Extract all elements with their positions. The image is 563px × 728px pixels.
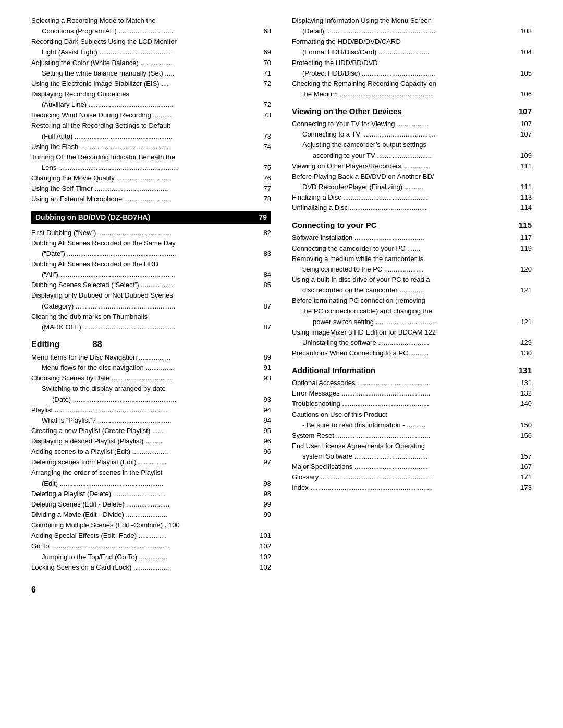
toc-entry-page: 77 bbox=[263, 183, 271, 194]
toc-entry-text: Major Specifications ...................… bbox=[292, 462, 428, 472]
toc-entry-page: 121 bbox=[519, 285, 532, 295]
toc-entry-page: 99 bbox=[263, 499, 271, 510]
toc-dots bbox=[436, 324, 519, 324]
toc-entry-page: 72 bbox=[263, 79, 271, 89]
toc-entry-page: 120 bbox=[519, 264, 532, 275]
dubbing-entries: First Dubbing (“New”) ..................… bbox=[31, 228, 271, 332]
toc-dots bbox=[169, 506, 262, 507]
section-pc-header: Connecting to your PC 115 bbox=[292, 220, 532, 229]
toc-dots bbox=[435, 33, 519, 33]
toc-entry-page: 150 bbox=[519, 420, 532, 430]
list-item: Menu Items for the Disc Navigation .....… bbox=[31, 352, 271, 363]
section-editing-header: Editing 88 bbox=[31, 340, 271, 349]
toc-entry-text: Displaying Recording Guidelines bbox=[31, 89, 129, 100]
toc-entry-text: What is “Playlist”? ....................… bbox=[42, 415, 172, 426]
toc-entry-text: Light (Assist Light) ...................… bbox=[42, 47, 173, 57]
toc-dots bbox=[173, 33, 262, 33]
section-additional-title: Additional Information bbox=[292, 366, 375, 375]
left-top-entries: Selecting a Recording Mode to Match theC… bbox=[31, 16, 271, 205]
toc-entry-text: Checking the Remaining Recording Capacit… bbox=[292, 79, 436, 89]
list-item: Using the Self-Timer ...................… bbox=[31, 183, 271, 194]
list-item: Displaying Information Using the Menu Sc… bbox=[292, 16, 532, 26]
toc-dots bbox=[175, 308, 262, 309]
toc-entry-page: 87 bbox=[263, 301, 271, 312]
list-item: Dubbing Scenes Selected (“Select”) .....… bbox=[31, 280, 271, 290]
toc-entry-text: Connecting to Your TV for Viewing ......… bbox=[292, 119, 429, 129]
list-item: Playlist ...............................… bbox=[31, 405, 271, 415]
list-item: Using the Flash ........................… bbox=[31, 142, 271, 152]
toc-dots bbox=[179, 169, 263, 170]
toc-entry-text: Cautions on Use of this Product bbox=[292, 410, 387, 420]
toc-entry-text: Error Messages .........................… bbox=[292, 388, 430, 399]
list-item: Before Playing Back a BD/DVD on Another … bbox=[292, 171, 532, 182]
toc-dots bbox=[432, 479, 519, 479]
toc-entry-page: 103 bbox=[519, 26, 532, 36]
list-item: Before terminating PC connection (removi… bbox=[292, 295, 532, 306]
list-item: Restoring all the Recording Settings to … bbox=[31, 120, 271, 131]
list-item: Uninstalling the software ..............… bbox=[292, 338, 532, 348]
toc-entry-page: 157 bbox=[519, 451, 532, 462]
toc-entry-text: Locking Scenes on a Card (Lock) ........… bbox=[31, 562, 169, 573]
toc-dots bbox=[164, 433, 263, 433]
list-item: Displaying Recording Guidelines bbox=[31, 89, 271, 100]
list-item: (Edit) .................................… bbox=[31, 478, 271, 489]
toc-dots bbox=[169, 569, 259, 570]
toc-dots bbox=[430, 437, 519, 438]
list-item: Jumping to the Top/End (Go To) .........… bbox=[31, 552, 271, 562]
list-item: Dubbing All Scenes Recorded on the Same … bbox=[31, 238, 271, 249]
list-item: Combining Multiple Scenes (Edit -Combine… bbox=[31, 520, 271, 530]
toc-dots bbox=[173, 106, 262, 107]
toc-entry-text: (Date) .................................… bbox=[52, 394, 176, 405]
list-item: according to your TV ...................… bbox=[292, 151, 532, 161]
list-item: Clearing the dub marks on Thumbnails bbox=[31, 312, 271, 322]
list-item: Displaying only Dubbed or Not Dubbed Sce… bbox=[31, 290, 271, 301]
toc-dots bbox=[428, 468, 519, 469]
list-item: Using the Electronic Image Stabilizer (E… bbox=[31, 79, 271, 89]
section-pc-page: 115 bbox=[519, 220, 532, 229]
toc-dots bbox=[433, 489, 519, 490]
list-item: Formatting the HDD/BD/DVD/CARD bbox=[292, 36, 532, 47]
toc-entry-page: 104 bbox=[519, 47, 532, 57]
toc-entry-page: 140 bbox=[519, 399, 532, 409]
toc-entry-text: Switching to the display arranged by dat… bbox=[42, 384, 166, 394]
toc-entry-page: 117 bbox=[519, 232, 532, 243]
toc-dots bbox=[176, 255, 263, 256]
toc-dots bbox=[173, 138, 263, 139]
toc-entry-page: 102 bbox=[259, 541, 271, 551]
section-additional-header: Additional Information 131 bbox=[292, 366, 532, 375]
list-item: disc recorded on the camcorder .........… bbox=[292, 285, 532, 295]
list-item: Checking the Remaining Recording Capacit… bbox=[292, 79, 532, 89]
toc-dots bbox=[167, 559, 259, 559]
toc-entry-text: - Be sure to read this information - ...… bbox=[302, 420, 425, 430]
toc-entry-page: 105 bbox=[519, 68, 532, 79]
toc-entry-text: Finalizing a Disc ......................… bbox=[292, 192, 428, 203]
list-item: Menu flows for the disc navigation .....… bbox=[31, 363, 271, 373]
toc-dots bbox=[167, 537, 259, 538]
toc-entry-page: 84 bbox=[263, 269, 271, 280]
list-item: Troubleshooting ........................… bbox=[292, 399, 532, 409]
toc-entry-page: 75 bbox=[263, 163, 271, 173]
toc-entry-text: system Software ........................… bbox=[302, 451, 428, 462]
toc-entry-page: 74 bbox=[263, 142, 271, 152]
toc-entry-page: 121 bbox=[519, 317, 532, 327]
list-item: the PC connection cable) and changing th… bbox=[292, 306, 532, 316]
toc-entry-page: 83 bbox=[263, 249, 271, 259]
list-item: (Protect HDD/Disc) .....................… bbox=[292, 68, 532, 79]
list-item: Unfinalizing a Disc ....................… bbox=[292, 203, 532, 213]
toc-entry-text: Connecting the camcorder to your PC ....… bbox=[292, 243, 420, 254]
toc-entry-page: 107 bbox=[519, 119, 532, 129]
list-item: Protecting the HDD/BD/DVD bbox=[292, 58, 532, 68]
toc-entry-text: Clearing the dub marks on Thumbnails bbox=[31, 312, 148, 322]
toc-entry-page: 156 bbox=[519, 430, 532, 441]
toc-dots bbox=[174, 75, 262, 76]
toc-entry-text: Using the Self-Timer ...................… bbox=[31, 183, 168, 194]
toc-entry-page: 98 bbox=[263, 489, 271, 499]
toc-entry-text: Adjusting the camcorder’s output setting… bbox=[302, 140, 426, 150]
page-number: 6 bbox=[31, 585, 271, 595]
toc-entry-text: (Detail) ...............................… bbox=[302, 26, 435, 36]
toc-entry-page: 111 bbox=[519, 182, 532, 192]
toc-dots bbox=[176, 401, 262, 402]
toc-entry-text: Deleting scenes from Playlist (Edit) ...… bbox=[31, 457, 166, 467]
list-item: - Be sure to read this information - ...… bbox=[292, 420, 532, 430]
list-item: (Auxiliary Line) .......................… bbox=[31, 100, 271, 110]
